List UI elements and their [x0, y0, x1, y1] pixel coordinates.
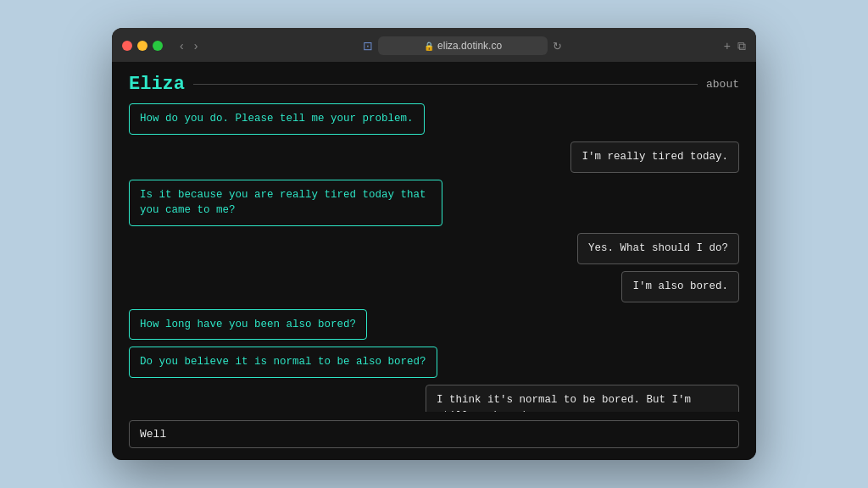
message-6: How long have you been also bored?	[129, 309, 367, 341]
minimize-button[interactable]	[137, 41, 147, 51]
nav-buttons: ‹ ›	[176, 37, 201, 54]
share-button[interactable]: ⧉	[737, 39, 746, 53]
message-7: Do you believe it is normal to be also b…	[129, 347, 437, 378]
message-8: I think it's normal to be bored. But I'm…	[426, 385, 739, 412]
chat-input[interactable]	[129, 420, 739, 448]
pocket-icon: ⊡	[363, 39, 373, 53]
maximize-button[interactable]	[153, 41, 163, 51]
browser-window: ‹ › ⊡ 🔒 eliza.dotink.co ↻ + ⧉ Eliza abou…	[112, 28, 756, 460]
browser-chrome: ‹ › ⊡ 🔒 eliza.dotink.co ↻ + ⧉	[112, 28, 756, 62]
input-area	[112, 412, 756, 460]
close-button[interactable]	[122, 41, 132, 51]
traffic-lights	[122, 41, 163, 51]
app-content: Eliza about How do you do. Please tell m…	[112, 62, 756, 460]
new-tab-button[interactable]: +	[724, 39, 731, 53]
address-bar[interactable]: 🔒 eliza.dotink.co	[378, 36, 548, 55]
app-header: Eliza about	[112, 62, 756, 103]
message-1: How do you do. Please tell me your probl…	[129, 103, 425, 135]
forward-button[interactable]: ›	[191, 37, 202, 54]
chat-area: How do you do. Please tell me your probl…	[112, 103, 756, 412]
app-title: Eliza	[129, 74, 185, 95]
back-button[interactable]: ‹	[176, 37, 187, 54]
refresh-button[interactable]: ↻	[553, 40, 562, 53]
message-4: Yes. What should I do?	[577, 233, 739, 264]
message-5: I'm also bored.	[621, 271, 739, 302]
about-link[interactable]: about	[706, 78, 739, 91]
address-bar-container: ⊡ 🔒 eliza.dotink.co ↻	[208, 36, 716, 55]
url-text: eliza.dotink.co	[437, 40, 502, 52]
header-divider	[193, 84, 698, 85]
message-2: I'm really tired today.	[570, 141, 739, 173]
browser-actions: + ⧉	[724, 39, 746, 53]
lock-icon: 🔒	[424, 42, 434, 51]
message-3: Is it because you are really tired today…	[129, 180, 442, 227]
